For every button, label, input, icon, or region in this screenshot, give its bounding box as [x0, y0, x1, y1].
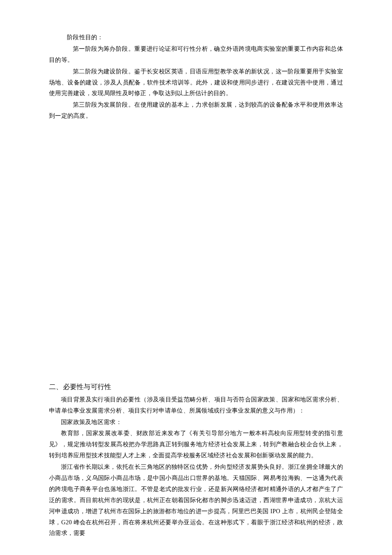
policy-needs-label: 国家政策及地区需求： [49, 417, 343, 428]
policy-paragraph-2: 浙江省作长期以来，依托在长三角地区的独特区位优势，外向型经济发展势头良好。浙江坐… [49, 462, 343, 539]
section-2-heading: 二、必要性与可行性 [49, 381, 343, 393]
stage-goals-section: 阶段性目的： 第一阶段为筹办阶段。重要进行论证和可行性分析，确立外语跨境电商实验… [49, 32, 343, 122]
section-2-intro: 项目背景及实行项目的必要性（涉及项目受益范畴分析、项目与否符合国家政策、国家和地… [49, 394, 343, 416]
stage-2-paragraph: 第二阶段为建设阶段。鉴于长安校区英语，日语应用型教学改革的新状况，这一阶段重要用… [49, 66, 343, 99]
stage-goals-label: 阶段性目的： [49, 32, 343, 43]
stage-1-paragraph: 第一阶段为筹办阶段。重要进行论证和可行性分析，确立外语跨境电商实验室的重要工作内… [49, 44, 343, 66]
policy-paragraph-1: 教育部，国家发展改革委、财政部近来发布了《有关引导部分地方一般本科高校向应用型转… [49, 428, 343, 461]
page-gap [49, 125, 343, 381]
necessity-feasibility-section: 二、必要性与可行性 项目背景及实行项目的必要性（涉及项目受益范畴分析、项目与否符… [49, 381, 343, 539]
stage-3-paragraph: 第三阶段为发展阶段。在使用建设的基本上，力求创新发展，达到较高的设备配备水平和使… [49, 99, 343, 122]
